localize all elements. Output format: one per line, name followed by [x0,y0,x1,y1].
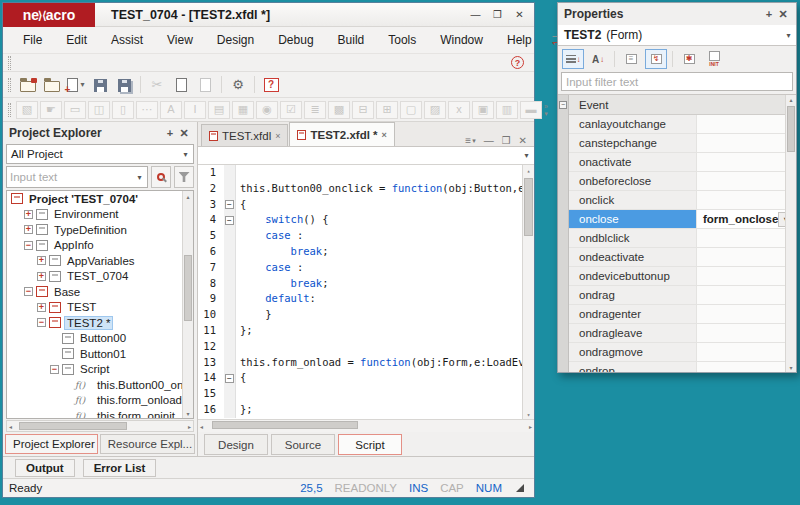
scrollbar-thumb[interactable] [19,422,127,430]
event-value[interactable] [697,153,785,171]
category-header[interactable]: Event [569,95,785,115]
tree-node-button00[interactable]: Button00 [7,331,182,347]
tree-node-this-form-onload[interactable]: ƒ()this.form_onload [7,393,182,409]
save-all-button[interactable] [112,74,136,96]
event-row-onclick[interactable]: onclick [569,191,785,210]
chevron-down-icon[interactable]: ▾ [178,145,193,163]
groupbox-component-button[interactable]: ▢ [400,101,422,119]
scroll-down-icon[interactable]: ▾ [523,409,534,419]
new-file-button[interactable]: ▾ [64,74,88,96]
tree-node-test-0704[interactable]: +TEST_0704 [7,269,182,285]
expand-icon[interactable]: + [37,303,46,312]
event-value[interactable] [697,248,785,266]
menu-design[interactable]: Design [205,29,266,51]
tree-node-button01[interactable]: Button01 [7,346,182,362]
collapse-icon[interactable]: − [24,287,33,296]
scroll-left-icon[interactable]: ◂ [198,420,205,432]
close-button[interactable]: ✕ [511,7,528,22]
maskedit-component-button[interactable]: ⋯ [136,101,158,119]
show-properties-button[interactable]: ≡ [620,49,642,69]
scroll-right-icon[interactable]: ▸ [186,421,193,431]
pin-icon[interactable]: + [762,8,776,20]
show-changed-button[interactable]: ✱ [678,49,700,69]
menu-window[interactable]: Window [428,29,495,51]
event-value[interactable] [697,324,785,342]
collapse-category-icon[interactable]: − [559,101,567,109]
code-lines[interactable]: 12this.Button00_onclick = function(obj:B… [198,165,522,419]
properties-scrollbar[interactable]: ▴ ▾ [785,95,796,372]
checkbox-component-button[interactable]: ☑ [280,101,302,119]
menu-debug[interactable]: Debug [266,29,325,51]
options-button[interactable]: ⚙ [226,74,250,96]
sort-alphabetic-button[interactable]: A↓ [587,49,609,69]
event-row-ondeactivate[interactable]: ondeactivate [569,248,785,267]
event-row-ondragleave[interactable]: ondragleave [569,324,785,343]
chevron-down-icon[interactable]: ▾ [519,147,534,164]
event-value[interactable] [697,286,785,304]
axis-component-button[interactable]: x [448,101,470,119]
chevron-down-icon[interactable]: ▾ [778,212,785,227]
title-bar[interactable]: ne⟩⟨acro TEST_0704 - [TEST2.xfdl *] — ❒ … [3,3,534,27]
event-value[interactable] [697,191,785,209]
static-component-button[interactable]: A [160,101,182,119]
tree-node-script[interactable]: −Script [7,362,182,378]
event-value[interactable] [697,115,785,133]
expand-icon[interactable]: + [37,272,46,281]
button-component-button[interactable]: ▭ [64,101,86,119]
event-row-ondragenter[interactable]: ondragenter [569,305,785,324]
scroll-up-icon[interactable]: ▴ [523,165,534,175]
imageviewer-component-button[interactable]: ▣ [472,101,494,119]
tree-node-test[interactable]: +TEST [7,300,182,316]
tree-node-test2[interactable]: −TEST2 * [7,315,182,331]
scroll-right-icon[interactable]: ▸ [527,420,534,432]
menu-view[interactable]: View [155,29,205,51]
tree-node-typedefinition[interactable]: +TypeDefinition [7,222,182,238]
expand-icon[interactable]: + [24,210,33,219]
event-row-canstepchange[interactable]: canstepchange [569,134,785,153]
scrollbar-thumb[interactable] [184,255,192,321]
dataset-component-button[interactable]: ▩ [328,101,350,119]
fold-collapse-icon[interactable]: − [225,200,234,209]
textarea-component-button[interactable]: I [184,101,206,119]
event-row-ondevicebuttonup[interactable]: ondevicebuttonup [569,267,785,286]
event-value[interactable] [697,305,785,323]
event-row-canlayoutchange[interactable]: canlayoutchange [569,115,785,134]
close-tab-icon[interactable]: × [275,131,280,141]
editor-horizontal-scrollbar[interactable]: ◂ ▸ [198,419,534,432]
close-panel-icon[interactable]: ✕ [776,8,790,21]
fold-collapse-icon[interactable]: − [225,216,234,225]
progressbar-component-button[interactable]: ▬ [520,101,542,119]
collapse-icon[interactable]: − [24,241,33,250]
project-tree[interactable]: Project 'TEST_0704'+Environment+TypeDefi… [6,190,194,419]
listbox-component-button[interactable]: ≣ [304,101,326,119]
minimize-document-icon[interactable]: — [484,135,494,146]
tree-vertical-scrollbar[interactable]: ▴ ▾ [182,191,193,418]
select-component-button[interactable]: ▧ [16,101,38,119]
event-value[interactable] [697,362,785,372]
menu-edit[interactable]: Edit [54,29,99,51]
menu-assist[interactable]: Assist [99,29,155,51]
event-value[interactable] [697,229,785,247]
chevron-down-icon[interactable]: ▾ [781,25,796,45]
event-value[interactable] [697,267,785,285]
event-row-ondrag[interactable]: ondrag [569,286,785,305]
tab-project-explorer[interactable]: Project Explorer [5,434,98,454]
restore-document-icon[interactable]: ❒ [502,135,511,146]
maximize-button[interactable]: ❒ [489,7,506,22]
div-component-button[interactable]: ▤ [208,101,230,119]
tab-error-list[interactable]: Error List [83,459,157,477]
grid-component-button[interactable]: ▦ [232,101,254,119]
property-filter-input[interactable] [562,73,792,90]
collapse-icon[interactable]: − [50,365,59,374]
scrollbar-thumb[interactable] [212,421,358,429]
edit-component-button[interactable]: ▯ [112,101,134,119]
chevron-down-icon[interactable]: ▾ [132,167,147,187]
tab-component-button[interactable]: ⊞ [376,101,398,119]
help-circle-icon[interactable]: ? [511,56,524,69]
target-object-combo[interactable]: TEST2 (Form) ▾ [558,25,796,46]
calendar-component-button[interactable]: ▨ [424,101,446,119]
event-row-ondblclick[interactable]: ondblclick [569,229,785,248]
event-row-onbeforeclose[interactable]: onbeforeclose [569,172,785,191]
paste-button[interactable] [193,74,217,96]
tab-design[interactable]: Design [204,434,268,455]
